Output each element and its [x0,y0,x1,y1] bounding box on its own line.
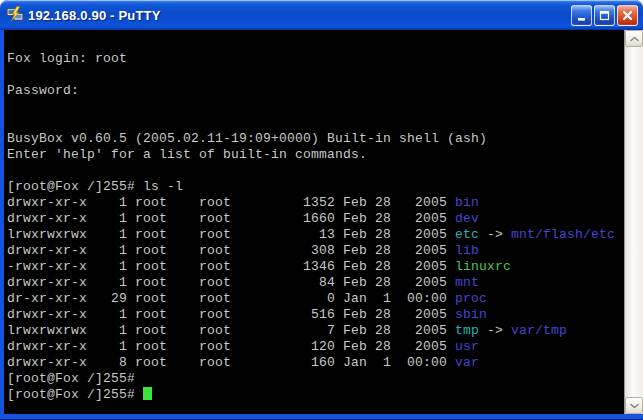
terminal-line [7,163,624,179]
terminal-line: [root@Fox /]255# [7,371,624,387]
terminal-cursor [143,387,152,400]
window-body: Fox login: rootPassword:BusyBox v0.60.5 … [0,30,643,420]
terminal-line: [root@Fox /]255# [7,387,624,403]
terminal-line [7,67,624,83]
terminal-line [7,115,624,131]
terminal-line: drwxr-xr-x 1 root root 1352 Feb 28 2005 … [7,195,624,211]
terminal-line: drwxr-xr-x 1 root root 120 Feb 28 2005 u… [7,339,624,355]
terminal-line: drwxr-xr-x 8 root root 160 Jan 1 00:00 v… [7,355,624,371]
terminal-line: -rwxr-xr-x 1 root root 1346 Feb 28 2005 … [7,259,624,275]
terminal-line: lrwxrwxrwx 1 root root 7 Feb 28 2005 tmp… [7,323,624,339]
scroll-up-button[interactable] [625,30,643,47]
terminal-line: drwxr-xr-x 1 root root 84 Feb 28 2005 mn… [7,275,624,291]
terminal-screen[interactable]: Fox login: rootPassword:BusyBox v0.60.5 … [4,30,624,414]
scroll-down-button[interactable] [625,397,643,414]
terminal-line: dr-xr-xr-x 29 root root 0 Jan 1 00:00 pr… [7,291,624,307]
terminal-line: Enter 'help' for a list of built-in comm… [7,147,624,163]
minimize-button[interactable] [571,5,592,26]
close-button[interactable] [617,5,638,26]
terminal-line: Password: [7,83,624,99]
scrollbar-track[interactable] [625,47,643,397]
minimize-icon [575,9,588,22]
scrollbar[interactable] [624,30,643,414]
window-controls [571,5,638,26]
maximize-icon [598,9,611,22]
maximize-button[interactable] [594,5,615,26]
putty-window: 192.168.0.90 - PuTTY [0,0,643,420]
terminal-line: drwxr-xr-x 1 root root 308 Feb 28 2005 l… [7,243,624,259]
terminal-line [7,35,624,51]
chevron-down-icon [629,402,640,410]
terminal-line: [root@Fox /]255# ls -l [7,179,624,195]
terminal-line: drwxr-xr-x 1 root root 1660 Feb 28 2005 … [7,211,624,227]
terminal-line [7,99,624,115]
titlebar[interactable]: 192.168.0.90 - PuTTY [0,0,643,30]
terminal-line: Fox login: root [7,51,624,67]
terminal-line: drwxr-xr-x 1 root root 516 Feb 28 2005 s… [7,307,624,323]
terminal-line: BusyBox v0.60.5 (2005.02.11-19:09+0000) … [7,131,624,147]
chevron-up-icon [629,35,640,43]
terminal-line: lrwxrwxrwx 1 root root 13 Feb 28 2005 et… [7,227,624,243]
close-icon [621,9,634,22]
putty-app-icon[interactable] [6,6,24,24]
window-title: 192.168.0.90 - PuTTY [28,8,571,23]
